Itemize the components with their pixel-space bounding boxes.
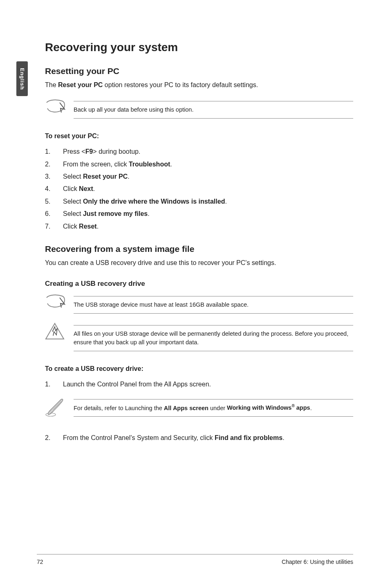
create-usb-steps-heading: To create a USB recovery drive: (45, 365, 353, 373)
warning-icon (45, 323, 74, 341)
recover-image-intro: You can create a USB recovery drive and … (45, 258, 353, 267)
reset-steps-heading: To reset your PC: (45, 132, 353, 140)
create-usb-heading: Creating a USB recovery drive (45, 280, 353, 288)
recover-image-heading: Recovering from a system image file (45, 244, 353, 254)
list-item: 6. Select Just remove my files. (45, 208, 353, 220)
language-side-tab-label: English (19, 68, 25, 90)
reset-steps-list: 1. Press <F9> during bootup. 2. From the… (45, 146, 353, 233)
list-item: 2. From the screen, click Troubleshoot. (45, 158, 353, 171)
tip-icon (45, 397, 74, 418)
reset-pc-heading: Resetting your PC (45, 66, 353, 76)
tip-all-apps: For details, refer to Launching the All … (45, 397, 353, 418)
reset-pc-intro: The Reset your PC option restores your P… (45, 80, 353, 90)
page-title: Recovering your system (45, 41, 353, 54)
list-item: 3. Select Reset your PC. (45, 171, 353, 183)
warning-usb-delete: All files on your USB storage device wil… (45, 323, 353, 351)
page-footer: 72 Chapter 6: Using the utilities (37, 554, 353, 565)
list-item: 1. Launch the Control Panel from the All… (45, 378, 353, 391)
tip-all-apps-text: For details, refer to Launching the All … (74, 404, 312, 411)
language-side-tab: English (16, 61, 28, 96)
list-item: 5. Select Only the drive where the Windo… (45, 195, 353, 208)
svg-marker-0 (46, 323, 64, 339)
page-number: 72 (37, 559, 43, 565)
content-body: Resetting your PC The Reset your PC opti… (45, 66, 353, 444)
create-usb-steps-list-2: 2. From the Control Panel's System and S… (45, 432, 353, 444)
list-item: 2. From the Control Panel's System and S… (45, 432, 353, 444)
list-item: 1. Press <F9> during bootup. (45, 146, 353, 158)
note-usb-capacity-text: The USB storage device must have at leas… (74, 301, 249, 308)
list-item: 4. Click Next. (45, 183, 353, 195)
list-item: 7. Click Reset. (45, 220, 353, 233)
create-usb-steps-list: 1. Launch the Control Panel from the All… (45, 378, 353, 391)
note-usb-capacity: The USB storage device must have at leas… (45, 294, 353, 314)
note-icon (45, 99, 74, 115)
warning-usb-delete-text: All files on your USB storage device wil… (74, 330, 348, 346)
note-backup-text: Back up all your data before using this … (74, 106, 193, 113)
chapter-label: Chapter 6: Using the utilities (282, 559, 353, 565)
note-icon (45, 294, 74, 310)
note-backup: Back up all your data before using this … (45, 99, 353, 119)
